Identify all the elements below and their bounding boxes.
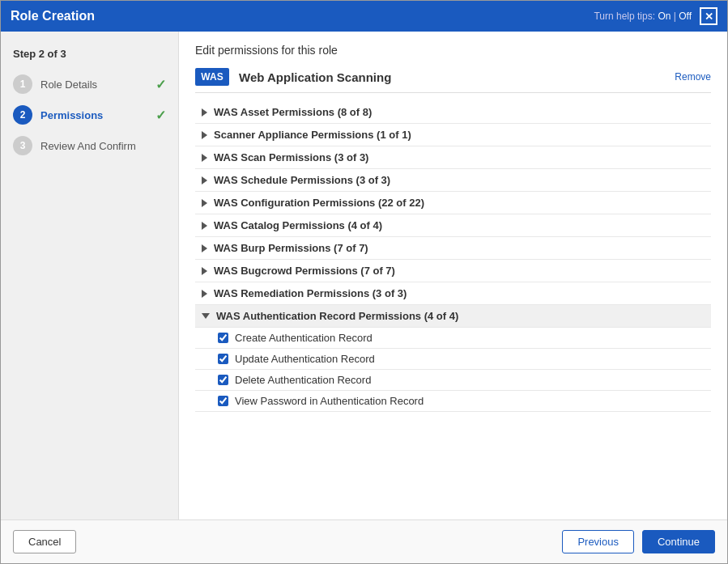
perm-label-0: WAS Asset Permissions (8 of 8) [214, 106, 372, 118]
permission-groups: WAS Asset Permissions (8 of 8) Scanner A… [195, 101, 711, 412]
modal-title: Role Creation [11, 9, 95, 23]
step-1-item: 1 Role Details ✓ [13, 74, 166, 94]
perm-row-6[interactable]: WAS Burp Permissions (7 of 7) [195, 237, 711, 260]
help-on-link[interactable]: On [658, 11, 671, 22]
sub-perm-1: Update Authentication Record [195, 349, 711, 370]
triangle-8 [202, 290, 207, 298]
perm-label-4: WAS Configuration Permissions (22 of 22) [214, 197, 424, 209]
triangle-5 [202, 222, 207, 230]
sub-perm-3: View Password in Authentication Record [195, 391, 711, 412]
footer-left: Cancel [13, 530, 76, 553]
previous-button[interactable]: Previous [562, 530, 634, 553]
triangle-4 [202, 199, 207, 207]
perm-label-5: WAS Catalog Permissions (4 of 4) [214, 219, 382, 231]
perm-label-2: WAS Scan Permissions (3 of 3) [214, 151, 368, 163]
perm-label-3: WAS Schedule Permissions (3 of 3) [214, 174, 390, 186]
triangle-1 [202, 131, 207, 139]
perm-row-2[interactable]: WAS Scan Permissions (3 of 3) [195, 146, 711, 169]
perm-row-4[interactable]: WAS Configuration Permissions (22 of 22) [195, 192, 711, 214]
step-label: Step 2 of 3 [13, 48, 166, 60]
perm-row-0[interactable]: WAS Asset Permissions (8 of 8) [195, 101, 711, 124]
main-content: Edit permissions for this role WAS Web A… [179, 32, 727, 519]
perm-label-6: WAS Burp Permissions (7 of 7) [214, 242, 368, 254]
step-2-circle: 2 [13, 105, 32, 125]
checkbox-view-password-auth[interactable] [218, 396, 228, 406]
step-3-circle: 3 [13, 136, 32, 155]
modal-body: Step 2 of 3 1 Role Details ✓ 2 Permissio… [1, 32, 727, 519]
perm-row-7[interactable]: WAS Bugcrowd Permissions (7 of 7) [195, 260, 711, 282]
sub-perm-label-0: Create Authentication Record [235, 332, 373, 344]
was-title: Web Application Scanning [239, 70, 665, 84]
perm-row-9[interactable]: WAS Authentication Record Permissions (4… [195, 305, 711, 328]
was-header: WAS Web Application Scanning Remove [195, 68, 711, 93]
sub-perm-label-3: View Password in Authentication Record [235, 395, 424, 407]
main-inner: Edit permissions for this role WAS Web A… [179, 32, 727, 519]
step-2-name: Permissions [40, 109, 147, 121]
was-badge: WAS [195, 68, 229, 86]
perm-label-8: WAS Remediation Permissions (3 of 3) [214, 287, 407, 299]
perm-row-3[interactable]: WAS Schedule Permissions (3 of 3) [195, 169, 711, 192]
checkbox-update-auth[interactable] [218, 354, 228, 364]
checkbox-delete-auth[interactable] [218, 375, 228, 385]
perm-label-1: Scanner Appliance Permissions (1 of 1) [214, 129, 411, 141]
triangle-2 [202, 154, 207, 162]
triangle-0 [202, 108, 207, 117]
cancel-button[interactable]: Cancel [13, 530, 76, 553]
sidebar: Step 2 of 3 1 Role Details ✓ 2 Permissio… [1, 32, 179, 519]
perm-label-7: WAS Bugcrowd Permissions (7 of 7) [214, 265, 395, 277]
modal-header: Role Creation Turn help tips: On | Off ✕ [1, 1, 727, 32]
continue-button[interactable]: Continue [642, 530, 715, 553]
step-2-item: 2 Permissions ✓ [13, 105, 166, 125]
step-1-name: Role Details [40, 78, 147, 91]
perm-label-9: WAS Authentication Record Permissions (4… [216, 310, 458, 322]
perm-row-1[interactable]: Scanner Appliance Permissions (1 of 1) [195, 124, 711, 146]
edit-permissions-title: Edit permissions for this role [195, 44, 711, 57]
perm-row-5[interactable]: WAS Catalog Permissions (4 of 4) [195, 214, 711, 237]
header-right: Turn help tips: On | Off ✕ [594, 7, 717, 25]
step-3-name: Review And Confirm [40, 140, 166, 152]
sub-perm-label-1: Update Authentication Record [235, 353, 375, 365]
checkbox-create-auth[interactable] [218, 333, 228, 343]
modal-footer: Cancel Previous Continue [1, 519, 727, 563]
remove-link[interactable]: Remove [675, 71, 711, 83]
close-button[interactable]: ✕ [700, 7, 717, 25]
triangle-3 [202, 176, 207, 184]
help-tips: Turn help tips: On | Off [594, 11, 692, 22]
triangle-6 [202, 244, 207, 252]
triangle-9 [202, 313, 210, 319]
sub-perm-0: Create Authentication Record [195, 328, 711, 349]
perm-row-8[interactable]: WAS Remediation Permissions (3 of 3) [195, 282, 711, 305]
role-creation-modal: Role Creation Turn help tips: On | Off ✕… [0, 0, 728, 564]
sub-perm-2: Delete Authentication Record [195, 370, 711, 391]
step-1-circle: 1 [13, 74, 32, 94]
step-1-check: ✓ [155, 77, 166, 92]
step-2-check: ✓ [155, 108, 166, 123]
triangle-7 [202, 267, 207, 275]
step-3-item: 3 Review And Confirm [13, 136, 166, 155]
help-tips-label: Turn help tips: [594, 11, 655, 22]
help-off-link[interactable]: Off [679, 11, 692, 22]
sub-perm-label-2: Delete Authentication Record [235, 374, 371, 386]
footer-right: Previous Continue [562, 530, 715, 553]
